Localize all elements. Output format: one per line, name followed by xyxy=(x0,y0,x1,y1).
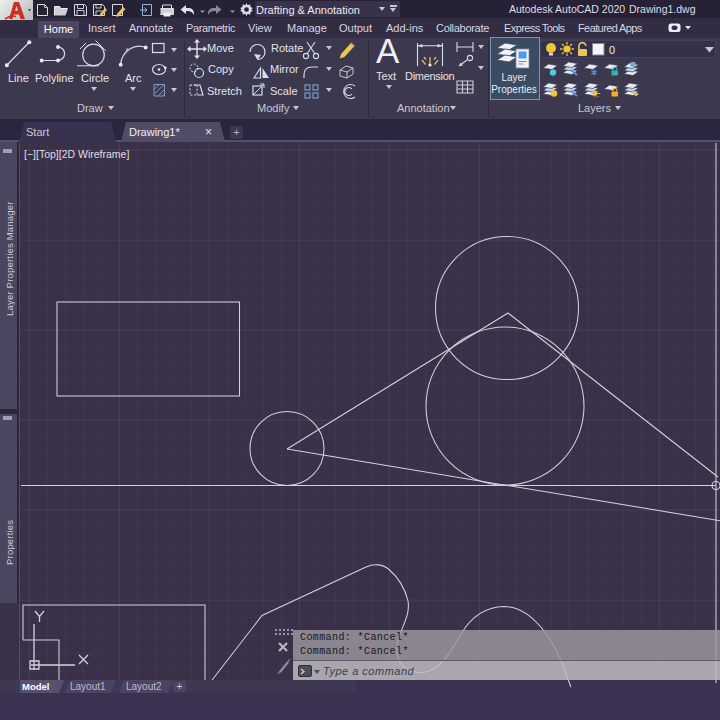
svg-text:0: 0 xyxy=(609,44,615,56)
